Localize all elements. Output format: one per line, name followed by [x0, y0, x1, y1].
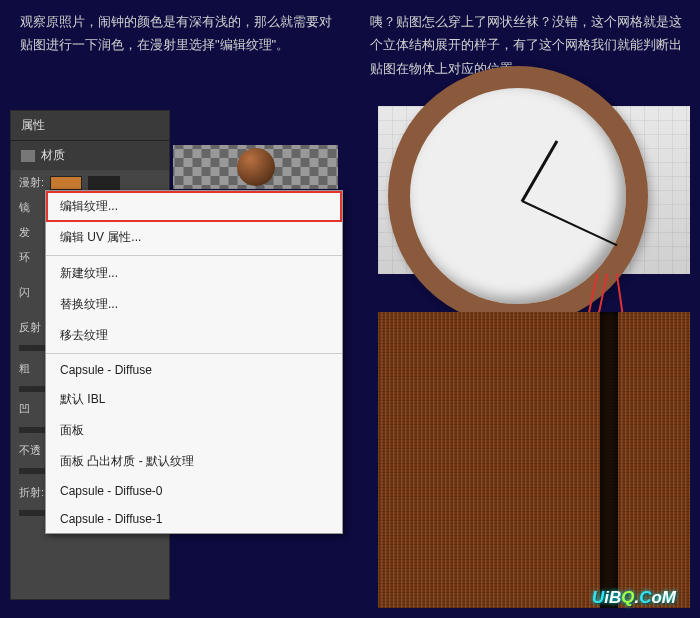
menu-separator	[46, 353, 342, 354]
preview-sphere	[237, 148, 275, 186]
menu-item-capsule-diffuse[interactable]: Capsule - Diffuse	[46, 356, 342, 384]
clock-rim	[388, 66, 648, 326]
wm-char: C	[639, 588, 651, 607]
wm-char: M	[662, 588, 676, 607]
menu-item-remove-texture[interactable]: 移去纹理	[46, 320, 342, 351]
menu-separator	[46, 255, 342, 256]
wood-texture-preview	[378, 312, 690, 608]
clock-render-preview	[378, 106, 690, 274]
menu-item-capsule-diffuse-1[interactable]: Capsule - Diffuse-1	[46, 505, 342, 533]
label-flash: 闪	[19, 285, 30, 300]
wood-seam	[600, 312, 618, 608]
panel-title: 属性	[11, 111, 169, 141]
menu-item-edit-texture[interactable]: 编辑纹理...	[46, 191, 342, 222]
material-icon	[21, 150, 35, 162]
wm-char: Q	[621, 588, 634, 607]
panel-subtitle-row[interactable]: 材质	[11, 141, 169, 170]
menu-item-default-ibl[interactable]: 默认 IBL	[46, 384, 342, 415]
panel-subtitle: 材质	[41, 147, 65, 164]
diffuse-tex-icon[interactable]	[88, 176, 120, 190]
material-preview	[173, 145, 338, 189]
menu-item-replace-texture[interactable]: 替换纹理...	[46, 289, 342, 320]
label-glow: 发	[19, 225, 30, 240]
label-env: 环	[19, 250, 30, 265]
label-specular: 镜	[19, 200, 30, 215]
label-diffuse: 漫射:	[19, 175, 44, 190]
menu-item-panel[interactable]: 面板	[46, 415, 342, 446]
wm-char: B	[609, 588, 621, 607]
menu-item-new-texture[interactable]: 新建纹理...	[46, 258, 342, 289]
minute-hand	[522, 200, 618, 246]
wm-char: U	[592, 588, 604, 607]
context-menu: 编辑纹理... 编辑 UV 属性... 新建纹理... 替换纹理... 移去纹理…	[45, 190, 343, 534]
label-bump: 凹	[19, 402, 30, 417]
left-caption: 观察原照片，闹钟的颜色是有深有浅的，那么就需要对贴图进行一下润色，在漫射里选择"…	[20, 10, 340, 57]
menu-item-panel-extrude[interactable]: 面板 凸出材质 - 默认纹理	[46, 446, 342, 477]
label-reflect: 反射	[19, 320, 41, 335]
label-refract: 折射:	[19, 485, 44, 500]
watermark: UiBQ.CoM	[592, 588, 676, 608]
menu-item-capsule-diffuse-0[interactable]: Capsule - Diffuse-0	[46, 477, 342, 505]
menu-item-edit-uv[interactable]: 编辑 UV 属性...	[46, 222, 342, 253]
label-rough: 粗	[19, 361, 30, 376]
hour-hand	[521, 140, 559, 202]
wm-char: o	[651, 588, 661, 607]
diffuse-swatch[interactable]	[50, 176, 82, 190]
label-opac: 不透	[19, 443, 41, 458]
